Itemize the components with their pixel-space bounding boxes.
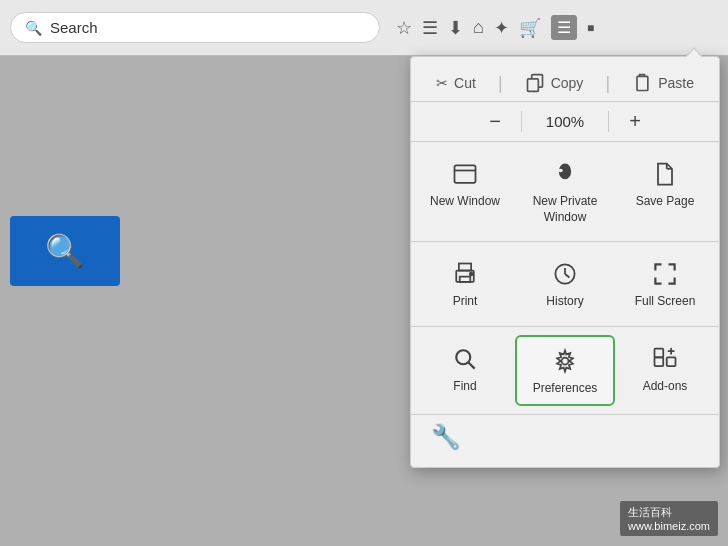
menu-grid-3: Find Preferences Add-ons <box>411 327 719 416</box>
full-screen-label: Full Screen <box>635 294 696 310</box>
zoom-in-button[interactable]: + <box>609 108 661 135</box>
save-page-label: Save Page <box>636 194 695 210</box>
new-window-icon <box>451 160 479 188</box>
find-label: Find <box>453 379 476 395</box>
private-window-icon <box>551 160 579 188</box>
paste-button[interactable]: Paste <box>624 71 702 95</box>
cut-button[interactable]: ✂ Cut <box>428 73 484 93</box>
preferences-label: Preferences <box>533 381 598 397</box>
new-window-button[interactable]: New Window <box>415 150 515 233</box>
dropdown-menu: ✂ Cut | Copy | Paste − <box>410 56 720 468</box>
copy-icon <box>525 73 545 93</box>
search-text: Search <box>50 19 98 36</box>
cut-icon: ✂ <box>436 75 448 91</box>
zoom-out-button[interactable]: − <box>469 108 521 135</box>
svg-rect-3 <box>455 165 476 183</box>
new-private-window-button[interactable]: New Private Window <box>515 150 615 233</box>
new-private-window-label: New Private Window <box>519 194 611 225</box>
print-icon <box>451 260 479 288</box>
search-bar[interactable]: 🔍 Search <box>10 12 380 43</box>
main-content: 🔍 ✂ Cut | Copy | Pa <box>0 56 728 546</box>
download-icon[interactable]: ⬇ <box>448 17 463 39</box>
svg-rect-22 <box>655 348 664 357</box>
history-button[interactable]: History <box>515 250 615 318</box>
menu-grid-2: Print History Full Screen <box>411 242 719 327</box>
developer-tools-button[interactable]: 🔧 <box>431 423 461 451</box>
sync-icon[interactable]: ✦ <box>494 17 509 39</box>
history-label: History <box>546 294 583 310</box>
add-ons-button[interactable]: Add-ons <box>615 335 715 407</box>
window-controls: ■ <box>587 21 594 35</box>
home-icon[interactable]: ⌂ <box>473 17 484 38</box>
menu-grid-1: New Window New Private Window Save Page <box>411 142 719 242</box>
new-window-label: New Window <box>430 194 500 210</box>
bookmark-icon[interactable]: ☆ <box>396 17 412 39</box>
watermark: 生活百科 www.bimeiz.com <box>620 501 718 536</box>
browser-toolbar: 🔍 Search ☆ ☰ ⬇ ⌂ ✦ 🛒 ☰ ■ <box>0 0 728 56</box>
svg-rect-11 <box>460 277 471 282</box>
divider-1: | <box>498 73 503 94</box>
svg-point-12 <box>470 273 473 276</box>
add-ons-label: Add-ons <box>643 379 688 395</box>
menu-bottom: 🔧 <box>411 415 719 459</box>
blue-search-icon: 🔍 <box>45 232 85 270</box>
zoom-row: − 100% + <box>411 102 719 142</box>
svg-rect-21 <box>667 357 676 366</box>
save-page-icon <box>651 160 679 188</box>
edit-row: ✂ Cut | Copy | Paste <box>411 65 719 102</box>
hamburger-menu-button[interactable]: ☰ <box>551 15 577 40</box>
svg-rect-10 <box>459 264 471 271</box>
find-icon <box>451 345 479 373</box>
svg-point-6 <box>558 169 562 173</box>
divider-2: | <box>605 73 610 94</box>
paste-icon <box>632 73 652 93</box>
history-icon <box>551 260 579 288</box>
blue-search-button[interactable]: 🔍 <box>10 216 120 286</box>
addon-icon[interactable]: 🛒 <box>519 17 541 39</box>
search-icon: 🔍 <box>25 20 42 36</box>
find-button[interactable]: Find <box>415 335 515 407</box>
copy-button[interactable]: Copy <box>517 71 592 95</box>
print-button[interactable]: Print <box>415 250 515 318</box>
print-label: Print <box>453 294 478 310</box>
full-screen-button[interactable]: Full Screen <box>615 250 715 318</box>
zoom-value: 100% <box>521 111 609 132</box>
svg-rect-2 <box>637 76 648 90</box>
svg-rect-1 <box>527 79 538 92</box>
reader-icon[interactable]: ☰ <box>422 17 438 39</box>
save-page-button[interactable]: Save Page <box>615 150 715 233</box>
preferences-button[interactable]: Preferences <box>515 335 615 407</box>
toolbar-icons: ☆ ☰ ⬇ ⌂ ✦ 🛒 ☰ ■ <box>396 15 594 40</box>
full-screen-icon <box>651 260 679 288</box>
svg-point-16 <box>456 350 470 364</box>
add-ons-icon <box>651 345 679 373</box>
svg-line-15 <box>565 274 569 278</box>
svg-point-19 <box>562 357 569 364</box>
svg-line-17 <box>469 362 475 368</box>
preferences-icon <box>551 347 579 375</box>
svg-rect-20 <box>655 357 664 366</box>
